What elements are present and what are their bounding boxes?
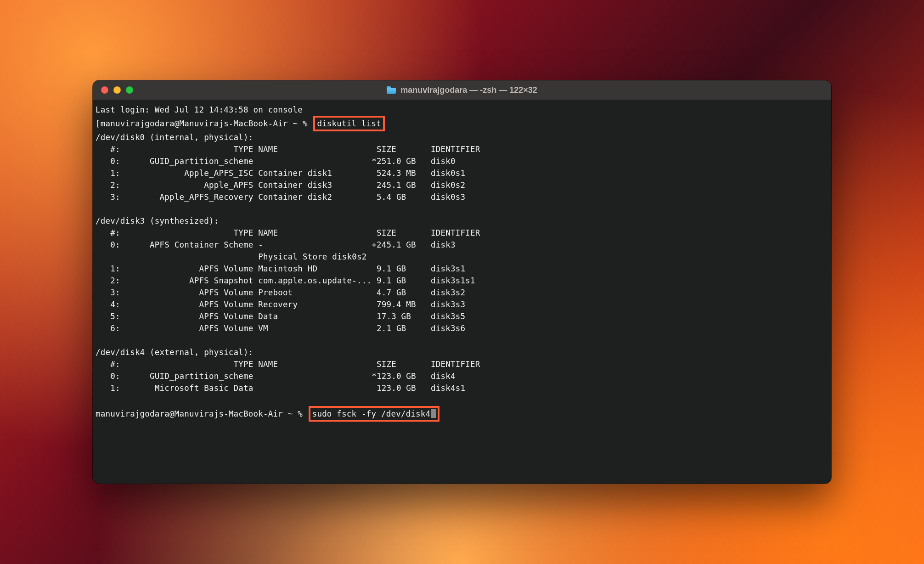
disk3-header: /dev/disk3 (synthesized): — [96, 216, 219, 226]
desktop-wallpaper: manuvirajgodara — -zsh — 122×32 Last log… — [0, 0, 924, 564]
prompt-1-prefix: [manuvirajgodara@Manuvirajs-MacBook-Air … — [96, 119, 312, 128]
last-login-line: Last login: Wed Jul 12 14:43:58 on conso… — [96, 105, 303, 114]
disk3-columns: #: TYPE NAME SIZE IDENTIFIER — [96, 228, 480, 237]
window-titlebar[interactable]: manuvirajgodara — -zsh — 122×32 — [93, 80, 831, 100]
disk4-header: /dev/disk4 (external, physical): — [96, 348, 254, 357]
traffic-lights — [101, 86, 133, 94]
disk3-row-0: 0: APFS Container Scheme - +245.1 GB dis… — [96, 240, 456, 249]
disk4-columns: #: TYPE NAME SIZE IDENTIFIER — [96, 360, 480, 369]
disk3-row-6: 6: APFS Volume VM 2.1 GB disk3s6 — [96, 324, 465, 333]
disk3-row-2: 2: APFS Snapshot com.apple.os.update-...… — [96, 276, 475, 285]
cmd-fsck: sudo fsck -fy /dev/disk4 — [312, 409, 431, 418]
disk0-row-1: 1: Apple_APFS_ISC Container disk1 524.3 … — [96, 169, 465, 178]
disk3-row-4: 4: APFS Volume Recovery 799.4 MB disk3s3 — [96, 300, 465, 309]
minimize-icon[interactable] — [113, 86, 121, 94]
disk0-row-0: 0: GUID_partition_scheme *251.0 GB disk0 — [96, 157, 456, 166]
prompt-2-prefix: manuvirajgodara@Manuvirajs-MacBook-Air ~… — [96, 409, 308, 418]
disk4-row-1: 1: Microsoft Basic Data 123.0 GB disk4s1 — [96, 384, 465, 393]
disk0-row-3: 3: Apple_APFS_Recovery Container disk2 5… — [96, 192, 465, 202]
disk3-row-1: 1: APFS Volume Macintosh HD 9.1 GB disk3… — [96, 264, 465, 273]
cursor-block-icon — [431, 409, 436, 418]
window-title-text: manuvirajgodara — -zsh — 122×32 — [400, 85, 537, 95]
zoom-icon[interactable] — [126, 86, 133, 94]
disk0-columns: #: TYPE NAME SIZE IDENTIFIER — [96, 145, 480, 154]
terminal-window: manuvirajgodara — -zsh — 122×32 Last log… — [93, 80, 831, 484]
close-icon[interactable] — [101, 86, 108, 94]
disk3-row-5: 5: APFS Volume Data 17.3 GB disk3s5 — [96, 312, 465, 321]
disk3-row-3: 3: APFS Volume Preboot 4.7 GB disk3s2 — [96, 288, 465, 297]
disk0-row-2: 2: Apple_APFS Container disk3 245.1 GB d… — [96, 180, 465, 190]
disk0-header: /dev/disk0 (internal, physical): — [96, 133, 254, 142]
cmd-diskutil: diskutil list — [317, 119, 381, 128]
disk3-phys-store: Physical Store disk0s2 — [96, 252, 366, 261]
terminal-viewport[interactable]: Last login: Wed Jul 12 14:43:58 on conso… — [93, 100, 831, 424]
disk4-row-0: 0: GUID_partition_scheme *123.0 GB disk4 — [96, 372, 456, 381]
window-title: manuvirajgodara — -zsh — 122×32 — [387, 85, 537, 95]
highlight-diskutil: diskutil list — [313, 116, 385, 131]
folder-icon — [387, 86, 396, 94]
highlight-fsck: sudo fsck -fy /dev/disk4 — [309, 406, 440, 422]
